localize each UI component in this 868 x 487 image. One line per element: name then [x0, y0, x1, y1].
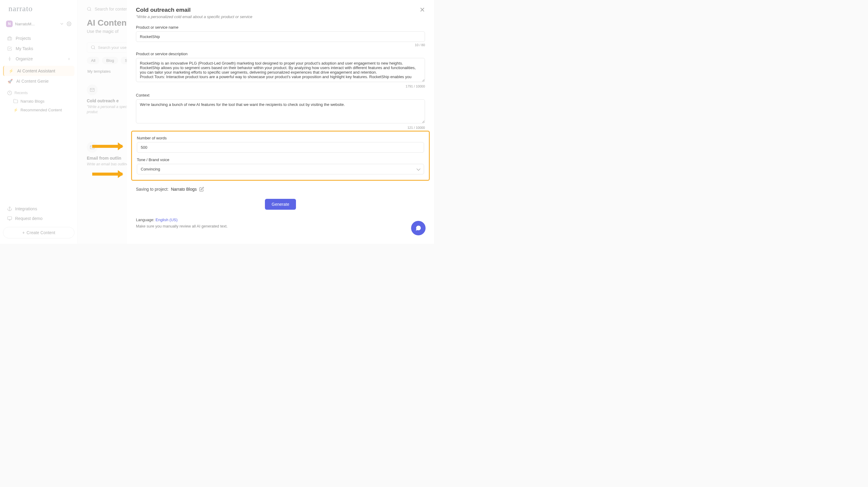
modal-subtitle: "Write a personalized cold email about a…: [136, 15, 252, 19]
edit-icon[interactable]: [199, 187, 204, 192]
product-desc-label: Product or service description: [136, 52, 425, 56]
language-link[interactable]: English (US): [156, 218, 178, 222]
save-project: Narrato Blogs: [171, 187, 197, 192]
close-icon[interactable]: ✕: [420, 7, 425, 13]
tone-select[interactable]: Convincing: [137, 164, 424, 174]
context-input[interactable]: [136, 99, 425, 123]
modal-title: Cold outreach email: [136, 7, 252, 13]
review-note: Make sure you manually review all AI gen…: [136, 224, 425, 228]
product-name-input[interactable]: [136, 31, 425, 42]
tone-label: Tone / Brand voice: [137, 157, 424, 162]
annotation-arrow: [92, 173, 122, 176]
language-label: Language:: [136, 218, 154, 222]
words-label: Number of words: [137, 136, 424, 140]
chat-fab[interactable]: [411, 221, 426, 235]
words-input[interactable]: [137, 142, 424, 153]
context-counter: 121 / 10000: [136, 126, 425, 130]
generate-button[interactable]: Generate: [265, 199, 296, 210]
highlighted-section: Number of words Tone / Brand voice Convi…: [131, 131, 430, 181]
context-label: Context: [136, 93, 425, 97]
product-name-counter: 10 / 80: [136, 43, 425, 47]
cold-outreach-modal: Cold outreach email "Write a personalize…: [127, 0, 434, 244]
chat-icon: [415, 225, 422, 231]
product-name-label: Product or service name: [136, 25, 425, 30]
product-desc-input[interactable]: [136, 58, 425, 82]
product-desc-counter: 1791 / 10000: [136, 85, 425, 88]
annotation-arrow: [92, 145, 122, 148]
save-label: Saving to project:: [136, 187, 168, 192]
